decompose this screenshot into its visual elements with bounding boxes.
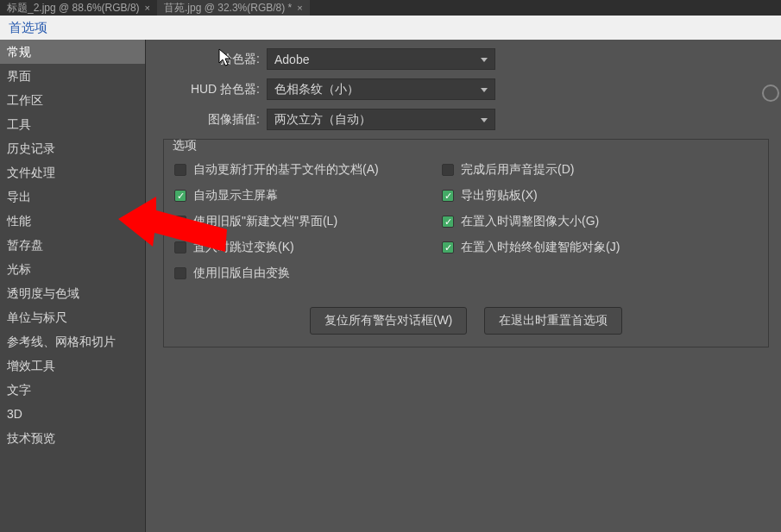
dialog-title: 首选项 bbox=[9, 20, 47, 36]
reset-warnings-button[interactable]: 复位所有警告对话框(W) bbox=[310, 307, 468, 335]
preferences-sidebar: 常规界面工作区工具历史记录文件处理导出性能暂存盘光标透明度与色域单位与标尺参考线… bbox=[0, 40, 146, 532]
sidebar-item-3[interactable]: 工具 bbox=[0, 112, 145, 136]
sidebar-item-16[interactable]: 技术预览 bbox=[0, 426, 145, 450]
document-tabs: 标题_2.jpg @ 88.6%(RGB/8) × 苜苑.jpg @ 32.3%… bbox=[0, 0, 781, 16]
option-label: 使用旧版"新建文档"界面(L) bbox=[193, 214, 337, 229]
document-tab-1[interactable]: 标题_2.jpg @ 88.6%(RGB/8) × bbox=[0, 0, 157, 16]
option-right-3[interactable]: 在置入时始终创建智能对象(J) bbox=[442, 240, 620, 255]
sidebar-item-12[interactable]: 参考线、网格和切片 bbox=[0, 329, 145, 354]
options-legend: 选项 bbox=[173, 138, 197, 153]
sidebar-item-0[interactable]: 常规 bbox=[0, 40, 145, 64]
sidebar-item-7[interactable]: 性能 bbox=[0, 209, 145, 233]
sidebar-item-11[interactable]: 单位与标尺 bbox=[0, 305, 145, 329]
option-right-0[interactable]: 完成后用声音提示(D) bbox=[442, 162, 620, 178]
option-label: 在置入时始终创建智能对象(J) bbox=[461, 240, 620, 255]
reset-on-exit-button[interactable]: 在退出时重置首选项 bbox=[484, 307, 622, 335]
option-label: 自动显示主屏幕 bbox=[193, 188, 278, 203]
prev-button[interactable] bbox=[762, 84, 779, 102]
checkbox-icon[interactable] bbox=[174, 216, 186, 228]
option-label: 自动更新打开的基于文件的文档(A) bbox=[193, 162, 379, 178]
checkbox-icon[interactable] bbox=[174, 190, 186, 202]
close-icon[interactable]: × bbox=[297, 3, 302, 13]
sidebar-item-1[interactable]: 界面 bbox=[0, 64, 145, 88]
select-value: 两次立方（自动） bbox=[274, 112, 371, 128]
sidebar-item-15[interactable]: 3D bbox=[0, 402, 145, 426]
sidebar-item-8[interactable]: 暂存盘 bbox=[0, 233, 145, 257]
option-label: 导出剪贴板(X) bbox=[461, 188, 538, 203]
options-fieldset: 选项 自动更新打开的基于文件的文档(A)自动显示主屏幕使用旧版"新建文档"界面(… bbox=[163, 139, 769, 347]
sidebar-item-5[interactable]: 文件处理 bbox=[0, 160, 145, 185]
option-left-4[interactable]: 使用旧版自由变换 bbox=[174, 266, 442, 281]
hud-color-picker-select[interactable]: 色相条纹（小） bbox=[267, 78, 495, 100]
option-left-0[interactable]: 自动更新打开的基于文件的文档(A) bbox=[174, 162, 442, 178]
sidebar-item-10[interactable]: 透明度与色域 bbox=[0, 281, 145, 305]
option-right-1[interactable]: 导出剪贴板(X) bbox=[442, 188, 620, 203]
tab-label: 苜苑.jpg @ 32.3%(RGB/8) * bbox=[164, 1, 292, 16]
dialog-titlebar: 首选项 bbox=[0, 16, 781, 40]
document-tab-2[interactable]: 苜苑.jpg @ 32.3%(RGB/8) * × bbox=[157, 0, 310, 16]
sidebar-item-6[interactable]: 导出 bbox=[0, 185, 145, 209]
option-left-3[interactable]: 置入时跳过变换(K) bbox=[174, 240, 442, 255]
checkbox-icon[interactable] bbox=[174, 241, 186, 253]
color-picker-select[interactable]: Adobe bbox=[267, 48, 495, 70]
sidebar-item-9[interactable]: 光标 bbox=[0, 257, 145, 281]
preferences-content: 拾色器: Adobe HUD 拾色器: 色相条纹（小） 图像插值: 两次立方（自… bbox=[146, 40, 781, 532]
option-left-2[interactable]: 使用旧版"新建文档"界面(L) bbox=[174, 214, 442, 229]
image-interp-label: 图像插值: bbox=[146, 112, 267, 128]
sidebar-item-14[interactable]: 文字 bbox=[0, 378, 145, 402]
sidebar-item-13[interactable]: 增效工具 bbox=[0, 354, 145, 378]
hud-color-picker-label: HUD 拾色器: bbox=[146, 82, 267, 97]
checkbox-icon[interactable] bbox=[442, 190, 454, 202]
checkbox-icon[interactable] bbox=[174, 164, 186, 176]
select-value: Adobe bbox=[274, 53, 309, 66]
option-label: 在置入时调整图像大小(G) bbox=[461, 214, 599, 229]
checkbox-icon[interactable] bbox=[442, 164, 454, 176]
sidebar-item-2[interactable]: 工作区 bbox=[0, 88, 145, 112]
option-left-1[interactable]: 自动显示主屏幕 bbox=[174, 188, 442, 203]
checkbox-icon[interactable] bbox=[442, 241, 454, 253]
close-icon[interactable]: × bbox=[145, 3, 150, 13]
option-label: 使用旧版自由变换 bbox=[193, 266, 290, 281]
tab-label: 标题_2.jpg @ 88.6%(RGB/8) bbox=[7, 1, 140, 16]
color-picker-label: 拾色器: bbox=[146, 52, 267, 67]
sidebar-item-4[interactable]: 历史记录 bbox=[0, 136, 145, 160]
select-value: 色相条纹（小） bbox=[274, 82, 359, 97]
option-right-2[interactable]: 在置入时调整图像大小(G) bbox=[442, 214, 620, 229]
checkbox-icon[interactable] bbox=[174, 267, 186, 279]
option-label: 完成后用声音提示(D) bbox=[461, 162, 574, 178]
option-label: 置入时跳过变换(K) bbox=[193, 240, 294, 255]
checkbox-icon[interactable] bbox=[442, 216, 454, 228]
image-interp-select[interactable]: 两次立方（自动） bbox=[267, 109, 495, 130]
